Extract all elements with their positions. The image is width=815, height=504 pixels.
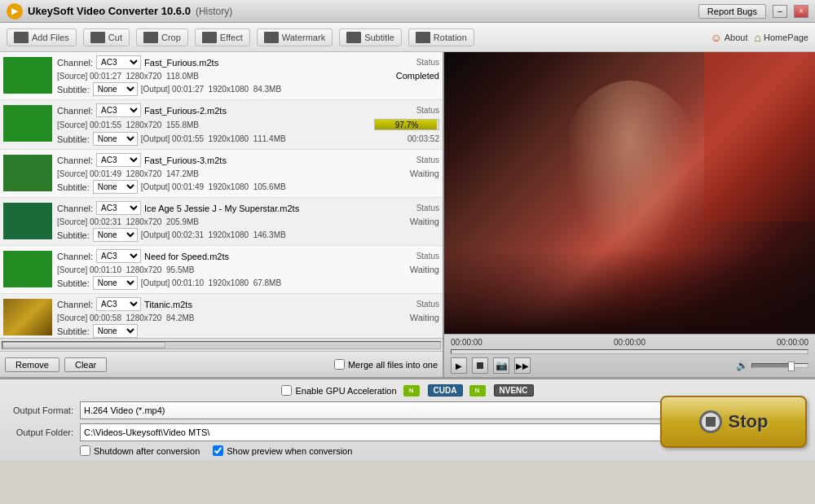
subtitle-select-2[interactable]: None xyxy=(93,132,138,146)
channel-select-2[interactable]: AC3 xyxy=(96,103,141,117)
about-icon: ☺ xyxy=(710,31,721,44)
effect-icon xyxy=(202,32,217,43)
file-list-scroll[interactable]: Channel: AC3 Fast_Furious.m2ts Status [S… xyxy=(0,52,443,338)
file-list-panel: Channel: AC3 Fast_Furious.m2ts Status [S… xyxy=(0,52,444,377)
output-format-label: Output Format: xyxy=(8,405,73,415)
subtitle-select-1[interactable]: None xyxy=(93,82,138,96)
cuda-badge: CUDA xyxy=(428,384,463,397)
preview-scene-person xyxy=(556,81,704,278)
hscroll-thumb[interactable] xyxy=(2,342,165,348)
volume-fill xyxy=(752,364,791,367)
seek-bar[interactable] xyxy=(451,349,808,354)
nvenc-logo-icon: N xyxy=(469,385,486,397)
subtitle-select-3[interactable]: None xyxy=(93,180,138,194)
cut-button[interactable]: Cut xyxy=(83,28,130,46)
title-bar-left: ▶ UkeySoft Video Converter 10.6.0 (Histo… xyxy=(7,3,232,20)
stop-circle-icon xyxy=(699,410,722,433)
horizontal-scrollbar[interactable] xyxy=(0,338,443,351)
file-row-top-2: Channel: AC3 Fast_Furious-2.m2ts Status xyxy=(57,103,439,117)
subtitle-icon xyxy=(346,32,361,43)
subtitle-select-4[interactable]: None xyxy=(93,228,138,242)
homepage-link[interactable]: ⌂ HomePage xyxy=(754,31,808,44)
subtitle-select-6[interactable]: None xyxy=(93,324,138,338)
add-files-icon xyxy=(14,32,29,43)
stop-label: Stop xyxy=(729,411,769,432)
folder-field[interactable]: C:\Videos-Ukeysoft\Video MTS\ ▼ xyxy=(80,423,682,441)
file-thumbnail-3 xyxy=(3,155,52,191)
show-preview-checkbox-label[interactable]: Show preview when conversion xyxy=(213,445,352,456)
toolbar-right: ☺ About ⌂ HomePage xyxy=(710,31,808,44)
crop-icon xyxy=(143,32,158,43)
file-item-2: Channel: AC3 Fast_Furious-2.m2ts Status … xyxy=(0,100,443,150)
app-title: UkeySoft Video Converter 10.6.0 xyxy=(28,5,191,17)
format-select-field[interactable]: H.264 Video (*.mp4) ▲ xyxy=(80,401,724,419)
file-thumbnail-4 xyxy=(3,203,52,239)
volume-slider[interactable] xyxy=(751,363,808,368)
subtitle-button[interactable]: Subtitle xyxy=(339,28,402,46)
snapshot-button[interactable]: 📷 xyxy=(493,357,509,374)
file-row-mid-2: [Source] 00:01:55 1280x720 155.8MB 97.7% xyxy=(57,119,439,130)
file-thumbnail-5 xyxy=(3,251,52,287)
volume-thumb[interactable] xyxy=(788,362,795,371)
channel-select-4[interactable]: AC3 xyxy=(96,201,141,215)
gpu-checkbox-input[interactable] xyxy=(281,385,292,396)
file-row-mid-6: [Source] 00:00:58 1280x720 84.2MB Waitin… xyxy=(57,313,439,322)
play-button[interactable]: ▶ xyxy=(451,357,467,374)
channel-select-3[interactable]: AC3 xyxy=(96,153,141,167)
crop-button[interactable]: Crop xyxy=(136,28,188,46)
time-mid: 00:00:00 xyxy=(614,338,645,347)
minimize-button[interactable]: – xyxy=(773,5,787,18)
title-bar: ▶ UkeySoft Video Converter 10.6.0 (Histo… xyxy=(0,0,815,23)
file-row-top-6: Channel: AC3 Titanic.m2ts Status xyxy=(57,297,439,311)
merge-checkbox-input[interactable] xyxy=(334,359,345,370)
remove-button[interactable]: Remove xyxy=(5,357,59,372)
merge-checkbox[interactable]: Merge all files into one xyxy=(334,359,438,370)
file-row-mid-5: [Source] 00:01:10 1280x720 95.5MB Waitin… xyxy=(57,265,439,274)
watermark-icon xyxy=(264,32,279,43)
file-item-5: Channel: AC3 Need for Speed.m2ts Status … xyxy=(0,246,443,294)
stop-square-icon xyxy=(477,362,483,369)
gpu-checkbox[interactable]: Enable GPU Acceleration xyxy=(281,385,396,396)
effect-button[interactable]: Effect xyxy=(195,28,250,46)
toolbar-left: Add Files Cut Crop Effect Watermark Subt… xyxy=(7,28,474,46)
time-end: 00:00:00 xyxy=(777,338,808,347)
about-link[interactable]: ☺ About xyxy=(710,31,747,44)
app-icon: ▶ xyxy=(7,3,23,20)
file-item-6: Channel: AC3 Titanic.m2ts Status [Source… xyxy=(0,294,443,338)
channel-select-1[interactable]: AC3 xyxy=(96,55,141,69)
home-icon: ⌂ xyxy=(754,31,760,44)
shutdown-checkbox-label[interactable]: Shutdown after conversion xyxy=(80,445,200,456)
file-row-bot-2: Subtitle: None [Output] 00:01:55 1920x10… xyxy=(57,132,439,146)
file-list-controls: Remove Clear Merge all files into one xyxy=(0,351,443,377)
stop-button[interactable]: Stop xyxy=(660,396,807,448)
stop-small-button[interactable] xyxy=(472,357,488,374)
add-files-button[interactable]: Add Files xyxy=(7,28,77,46)
watermark-button[interactable]: Watermark xyxy=(257,28,333,46)
subtitle-select-5[interactable]: None xyxy=(93,276,138,290)
channel-select-6[interactable]: AC3 xyxy=(96,297,141,311)
file-thumbnail-2 xyxy=(3,105,52,142)
file-row-bot-3: Subtitle: None [Output] 00:01:49 1920x10… xyxy=(57,180,439,194)
file-row-top-4: Channel: AC3 Ice Age 5 Jessie J - My Sup… xyxy=(57,201,439,215)
file-item-1: Channel: AC3 Fast_Furious.m2ts Status [S… xyxy=(0,52,443,100)
rotation-button[interactable]: Rotation xyxy=(408,28,474,46)
close-button[interactable]: × xyxy=(794,5,808,18)
clear-button[interactable]: Clear xyxy=(64,357,107,372)
channel-select-5[interactable]: AC3 xyxy=(96,249,141,263)
time-row: 00:00:00 00:00:00 00:00:00 xyxy=(451,338,808,347)
volume-icon[interactable]: 🔊 xyxy=(736,360,748,371)
preview-panel: 00:00:00 00:00:00 00:00:00 ▶ 📷 ▶▶ 🔊 xyxy=(444,52,815,377)
shutdown-checkbox[interactable] xyxy=(80,445,90,456)
hscroll-track[interactable] xyxy=(2,341,441,349)
file-thumbnail-6 xyxy=(3,299,52,335)
time-start: 00:00:00 xyxy=(451,338,482,347)
report-bugs-button[interactable]: Report Bugs xyxy=(698,4,766,19)
rotation-icon xyxy=(416,32,430,43)
file-info-4: Channel: AC3 Ice Age 5 Jessie J - My Sup… xyxy=(57,201,439,242)
show-preview-checkbox[interactable] xyxy=(213,445,223,456)
gpu-row: Enable GPU Acceleration N CUDA N NVENC xyxy=(8,384,807,397)
cuda-logo-icon: N xyxy=(403,385,420,397)
file-row-bot-5: Subtitle: None [Output] 00:01:10 1920x10… xyxy=(57,276,439,290)
file-item-4: Channel: AC3 Ice Age 5 Jessie J - My Sup… xyxy=(0,198,443,246)
video-clip-button[interactable]: ▶▶ xyxy=(514,357,531,374)
